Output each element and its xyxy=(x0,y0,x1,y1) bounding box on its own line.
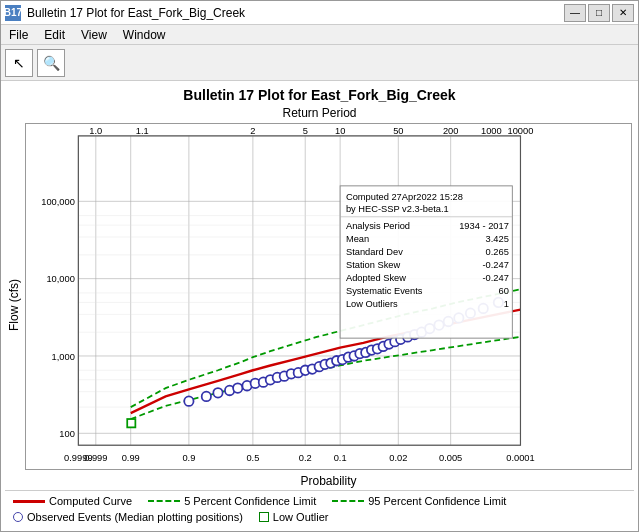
svg-text:0.265: 0.265 xyxy=(486,246,509,257)
svg-text:Standard Dev: Standard Dev xyxy=(346,246,403,257)
confidence-5-line xyxy=(148,500,180,502)
menu-window[interactable]: Window xyxy=(115,26,174,44)
computed-curve-line xyxy=(13,500,45,503)
app-icon: B17 xyxy=(5,5,21,21)
menu-bar: File Edit View Window xyxy=(1,25,638,45)
svg-text:200: 200 xyxy=(443,124,459,135)
svg-text:50: 50 xyxy=(393,124,403,135)
menu-file[interactable]: File xyxy=(1,26,36,44)
svg-text:2: 2 xyxy=(250,124,255,135)
svg-text:1: 1 xyxy=(504,298,509,309)
svg-text:1,000: 1,000 xyxy=(52,350,75,361)
legend-low-outlier-label: Low Outlier xyxy=(273,511,329,523)
arrow-tool-button[interactable]: ↖ xyxy=(5,49,33,77)
toolbar: ↖ 🔍 xyxy=(1,45,638,81)
svg-text:0.005: 0.005 xyxy=(439,452,462,463)
observed-point xyxy=(202,392,211,402)
svg-text:3.425: 3.425 xyxy=(486,233,509,244)
svg-text:10,000: 10,000 xyxy=(46,273,74,284)
svg-text:100,000: 100,000 xyxy=(41,196,75,207)
svg-text:Systematic Events: Systematic Events xyxy=(346,285,423,296)
svg-text:0.5: 0.5 xyxy=(246,452,259,463)
legend-confidence-95-label: 95 Percent Confidence Limit xyxy=(368,495,506,507)
legend-computed-label: Computed Curve xyxy=(49,495,132,507)
return-period-label: Return Period xyxy=(5,105,634,121)
legend-computed-curve: Computed Curve xyxy=(13,495,132,507)
confidence-95-line xyxy=(332,500,364,502)
svg-text:Station Skew: Station Skew xyxy=(346,259,400,270)
legend-low-outlier: Low Outlier xyxy=(259,511,329,523)
menu-view[interactable]: View xyxy=(73,26,115,44)
observed-point xyxy=(233,383,242,393)
svg-text:by HEC-SSP v2.3-beta.1: by HEC-SSP v2.3-beta.1 xyxy=(346,203,449,214)
svg-text:10: 10 xyxy=(335,124,345,135)
plot-container[interactable]: 0.9999 0.999 0.99 0.9 0.5 0.2 0.1 0.02 0… xyxy=(25,123,632,470)
menu-edit[interactable]: Edit xyxy=(36,26,73,44)
maximize-button[interactable]: □ xyxy=(588,4,610,22)
svg-text:Analysis Period: Analysis Period xyxy=(346,220,410,231)
legend: Computed Curve 5 Percent Confidence Limi… xyxy=(5,490,634,527)
svg-text:0.02: 0.02 xyxy=(389,452,407,463)
svg-text:100: 100 xyxy=(59,428,75,439)
title-bar: B17 Bulletin 17 Plot for East_Fork_Big_C… xyxy=(1,1,638,25)
zoom-tool-button[interactable]: 🔍 xyxy=(37,49,65,77)
legend-confidence-95: 95 Percent Confidence Limit xyxy=(332,495,506,507)
plot-svg: 0.9999 0.999 0.99 0.9 0.5 0.2 0.1 0.02 0… xyxy=(26,124,631,469)
x-axis-label: Probability xyxy=(23,472,634,490)
svg-text:0.1: 0.1 xyxy=(334,452,347,463)
svg-text:Adopted Skew: Adopted Skew xyxy=(346,272,406,283)
observed-marker xyxy=(13,512,23,522)
svg-text:Computed 27Apr2022 15:28: Computed 27Apr2022 15:28 xyxy=(346,191,463,202)
svg-text:-0.247: -0.247 xyxy=(482,259,508,270)
y-axis-label: Flow (cfs) xyxy=(5,121,23,490)
svg-text:1000: 1000 xyxy=(481,124,502,135)
legend-observed-label: Observed Events (Median plotting positio… xyxy=(27,511,243,523)
svg-text:Low Outliers: Low Outliers xyxy=(346,298,398,309)
svg-text:0.2: 0.2 xyxy=(299,452,312,463)
svg-text:0.9: 0.9 xyxy=(182,452,195,463)
window-title: Bulletin 17 Plot for East_Fork_Big_Creek xyxy=(27,6,558,20)
svg-text:1934 - 2017: 1934 - 2017 xyxy=(459,220,509,231)
window-controls: — □ ✕ xyxy=(564,4,634,22)
chart-inner: 0.9999 0.999 0.99 0.9 0.5 0.2 0.1 0.02 0… xyxy=(23,121,634,490)
legend-observed: Observed Events (Median plotting positio… xyxy=(13,511,243,523)
observed-point xyxy=(184,396,193,406)
legend-confidence-5-label: 5 Percent Confidence Limit xyxy=(184,495,316,507)
svg-text:1.1: 1.1 xyxy=(136,124,149,135)
svg-text:0.0001: 0.0001 xyxy=(506,452,534,463)
chart-title: Bulletin 17 Plot for East_Fork_Big_Creek xyxy=(5,85,634,105)
svg-text:10000: 10000 xyxy=(508,124,534,135)
svg-text:0.99: 0.99 xyxy=(122,452,140,463)
chart-area: Flow (cfs) xyxy=(5,121,634,490)
svg-text:Mean: Mean xyxy=(346,233,369,244)
svg-text:-0.247: -0.247 xyxy=(482,272,508,283)
minimize-button[interactable]: — xyxy=(564,4,586,22)
svg-text:5: 5 xyxy=(303,124,308,135)
main-window: B17 Bulletin 17 Plot for East_Fork_Big_C… xyxy=(0,0,639,532)
svg-text:60: 60 xyxy=(498,285,508,296)
svg-text:1.0: 1.0 xyxy=(89,124,102,135)
close-button[interactable]: ✕ xyxy=(612,4,634,22)
low-outlier-point xyxy=(127,419,135,427)
observed-point xyxy=(213,388,222,398)
chart-content: Bulletin 17 Plot for East_Fork_Big_Creek… xyxy=(1,81,638,531)
low-outlier-marker xyxy=(259,512,269,522)
legend-confidence-5: 5 Percent Confidence Limit xyxy=(148,495,316,507)
svg-text:0.999: 0.999 xyxy=(84,452,107,463)
